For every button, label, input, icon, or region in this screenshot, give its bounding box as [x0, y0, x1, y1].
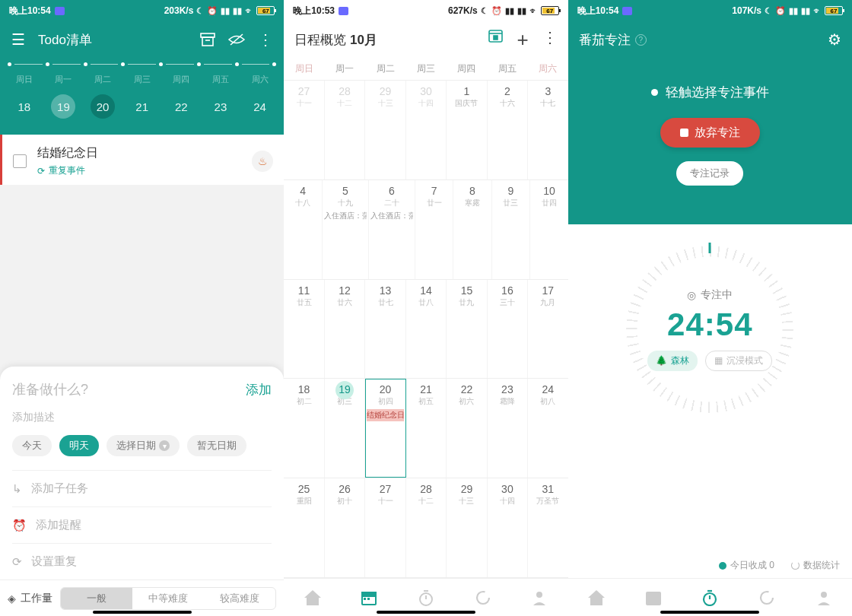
day-cell[interactable]: 22	[162, 100, 202, 113]
chevron-down-icon: ▾	[159, 440, 170, 451]
nav-timer[interactable]	[398, 589, 455, 606]
cal-day[interactable]: 24初八	[528, 379, 567, 478]
cal-day[interactable]: 8寒露	[453, 180, 491, 279]
add-subtask[interactable]: ↳ 添加子任务	[12, 470, 272, 506]
cal-day[interactable]: 21初五	[406, 379, 447, 478]
todo-item[interactable]: 结婚纪念日 ⟳ 重复事件 ♨	[0, 135, 284, 185]
eye-off-icon[interactable]	[227, 30, 246, 49]
moon-icon: ☾	[481, 6, 488, 16]
nav-calendar[interactable]	[341, 590, 398, 605]
status-bar: 晚上10:54 107K/s ☾ ⏰ ▮▮ ▮▮ ᯤ 67	[568, 0, 852, 21]
day-cell[interactable]: 20	[83, 100, 122, 113]
chip-today[interactable]: 今天	[12, 435, 52, 456]
svg-rect-10	[364, 598, 366, 600]
cal-day[interactable]: 29十三	[365, 81, 405, 179]
gear-icon[interactable]: ⚙	[828, 30, 841, 49]
more-icon[interactable]: ⋮	[542, 28, 558, 52]
dow-label: 周五	[487, 58, 527, 80]
cal-day[interactable]: 16三十	[488, 280, 528, 379]
chip-pick-date[interactable]: 选择日期 ▾	[106, 435, 180, 456]
cal-event: 入住酒店：蒲	[324, 211, 367, 221]
cal-day[interactable]: 22初六	[447, 379, 487, 478]
cal-day[interactable]: 4十八	[284, 180, 322, 279]
cal-day[interactable]: 14廿八	[406, 280, 447, 379]
task-title-input[interactable]: 准备做什么?	[12, 380, 246, 398]
seg-high[interactable]: 较高难度	[204, 588, 275, 609]
cal-day[interactable]: 29十三	[447, 478, 487, 577]
workload-segment[interactable]: 一般 中等难度 较高难度	[60, 587, 276, 610]
menu-icon[interactable]: ☰	[9, 30, 27, 49]
cal-day[interactable]: 27十一	[365, 478, 405, 577]
day-cell[interactable]: 21	[122, 100, 162, 113]
cal-day[interactable]: 23霜降	[488, 379, 528, 478]
nav-home[interactable]	[284, 590, 341, 605]
data-stat[interactable]: 数据统计	[791, 559, 840, 572]
help-icon[interactable]: ?	[635, 34, 647, 46]
today-icon[interactable]	[488, 28, 503, 52]
svg-rect-8	[361, 592, 377, 595]
ring-icon	[791, 561, 800, 570]
timer-dial[interactable]: ◎ 专注中 24:54 🌲 森林 ▦ 沉浸模式	[626, 246, 793, 413]
cal-day[interactable]: 10廿四	[530, 180, 567, 279]
set-repeat[interactable]: ⟳ 设置重复	[12, 543, 272, 579]
cal-day[interactable]: 27十一	[284, 81, 324, 179]
svg-point-22	[821, 592, 827, 598]
abandon-button[interactable]: 放弃专注	[660, 118, 760, 148]
cal-day[interactable]: 26初十	[325, 478, 365, 577]
cal-day[interactable]: 2十六	[488, 81, 528, 179]
checkbox[interactable]	[13, 154, 27, 168]
cal-day[interactable]: 31万圣节	[528, 478, 567, 577]
more-icon[interactable]: ⋮	[256, 30, 275, 49]
cal-day[interactable]: 6二十入住酒店：蒲	[369, 180, 415, 279]
cal-day[interactable]: 7廿一	[415, 180, 453, 279]
seg-medium[interactable]: 中等难度	[132, 588, 204, 609]
cal-day[interactable]: 17九月	[528, 280, 567, 379]
add-button[interactable]: 添加	[246, 381, 272, 398]
nav-profile[interactable]	[511, 590, 568, 605]
archive-icon[interactable]	[199, 30, 217, 49]
flame-icon[interactable]: ♨	[252, 151, 273, 172]
chip-no-date[interactable]: 暂无日期	[187, 435, 246, 456]
nav-profile[interactable]	[795, 590, 852, 605]
nav-progress[interactable]	[739, 590, 796, 605]
select-focus-event[interactable]: 轻触选择专注事件	[651, 84, 769, 101]
cal-day[interactable]: 30十四	[488, 478, 528, 577]
cal-day[interactable]: 19初三	[325, 379, 365, 478]
cal-day[interactable]: 1国庆节	[447, 81, 487, 179]
day-cell[interactable]: 18	[5, 100, 44, 113]
seg-normal[interactable]: 一般	[61, 588, 132, 609]
nav-calendar[interactable]	[625, 590, 682, 605]
progress-dots	[5, 58, 279, 74]
day-cell[interactable]: 23	[201, 100, 240, 113]
cal-day[interactable]: 18初二	[284, 379, 324, 478]
cal-day[interactable]: 11廿五	[284, 280, 324, 379]
mode-immersive[interactable]: ▦ 沉浸模式	[705, 351, 772, 371]
cal-day[interactable]: 30十四	[406, 81, 447, 179]
cal-day[interactable]: 25重阳	[284, 478, 324, 577]
nav-progress[interactable]	[454, 590, 511, 605]
cal-day[interactable]: 20初四结婚纪念日	[365, 379, 405, 478]
add-reminder[interactable]: ⏰ 添加提醒	[12, 506, 272, 543]
task-desc-input[interactable]: 添加描述	[12, 411, 272, 424]
cal-day[interactable]: 28十二	[325, 81, 365, 179]
status-rate: 107K/s	[732, 5, 761, 16]
svg-rect-6	[494, 36, 498, 40]
cal-day[interactable]: 28十二	[406, 478, 447, 577]
cal-day[interactable]: 5十九入住酒店：蒲	[323, 180, 369, 279]
focus-record-button[interactable]: 专注记录	[676, 161, 743, 186]
chip-tomorrow[interactable]: 明天	[59, 435, 99, 456]
nav-timer[interactable]	[682, 589, 739, 606]
cal-day[interactable]: 13廿七	[365, 280, 405, 379]
mode-forest[interactable]: 🌲 森林	[647, 351, 698, 371]
signal-icon-2: ▮▮	[517, 6, 526, 16]
cal-day[interactable]: 9廿三	[492, 180, 530, 279]
nav-home[interactable]	[568, 590, 625, 605]
cal-day[interactable]: 12廿六	[325, 280, 365, 379]
day-cell[interactable]: 19	[44, 100, 84, 113]
cal-day[interactable]: 15廿九	[447, 280, 487, 379]
add-icon[interactable]: +	[517, 28, 528, 52]
day-cell[interactable]: 24	[240, 100, 280, 113]
cal-day[interactable]: 3十七	[528, 81, 567, 179]
dow-label: 周三	[405, 58, 446, 80]
today-income[interactable]: 今日收成 0	[719, 559, 774, 572]
